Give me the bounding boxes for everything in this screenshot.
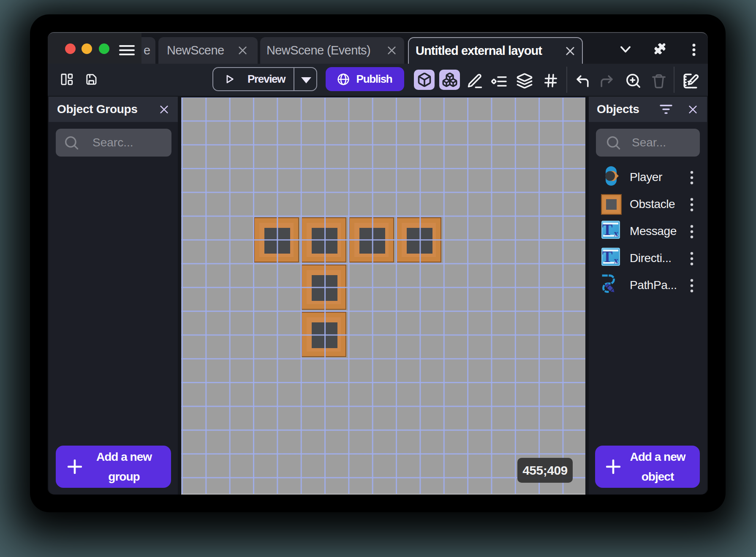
svg-text:T: T (602, 248, 613, 265)
svg-text:x: x (614, 228, 618, 238)
svg-text:T: T (602, 221, 613, 238)
svg-text:x: x (614, 255, 618, 265)
